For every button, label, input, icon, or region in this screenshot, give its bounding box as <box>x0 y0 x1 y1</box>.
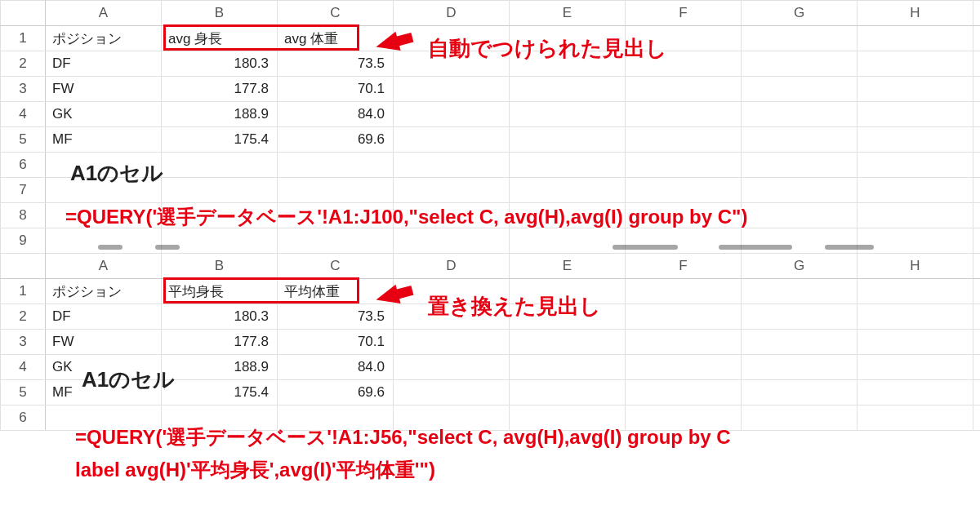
cell[interactable]: FW <box>46 77 162 102</box>
cell[interactable] <box>973 26 981 51</box>
cell[interactable] <box>394 102 510 127</box>
cell[interactable] <box>626 330 742 355</box>
cell[interactable] <box>626 153 742 178</box>
cell[interactable] <box>973 279 981 304</box>
cell[interactable] <box>858 178 973 203</box>
row-header[interactable]: 3 <box>1 77 46 102</box>
cell[interactable] <box>510 127 626 153</box>
col-header[interactable]: F <box>626 1 742 26</box>
cell[interactable] <box>858 330 973 355</box>
cell[interactable] <box>278 178 394 203</box>
row-header[interactable]: 6 <box>1 153 46 178</box>
cell[interactable]: avg 身長 <box>162 26 278 51</box>
cell[interactable] <box>510 102 626 127</box>
grid-bottom[interactable]: A B C D E F G H 1 ポジション 平均身長 平均体重 2 DF 1… <box>0 253 980 431</box>
cell[interactable]: 84.0 <box>278 355 394 380</box>
cell[interactable] <box>510 330 626 355</box>
cell[interactable] <box>626 355 742 380</box>
cell[interactable] <box>858 153 973 178</box>
cell[interactable] <box>626 178 742 203</box>
cell[interactable]: 177.8 <box>162 330 278 355</box>
cell[interactable]: ポジション <box>46 26 162 51</box>
cell[interactable] <box>742 330 858 355</box>
cell[interactable]: 平均身長 <box>162 279 278 304</box>
row-header[interactable]: 9 <box>1 228 46 254</box>
col-header[interactable]: C <box>278 1 394 26</box>
col-header[interactable]: B <box>162 1 278 26</box>
cell[interactable]: 73.5 <box>278 304 394 330</box>
row-header[interactable]: 4 <box>1 355 46 380</box>
cell[interactable] <box>973 51 981 77</box>
cell[interactable] <box>973 77 981 102</box>
cell[interactable] <box>278 153 394 178</box>
cell[interactable]: GK <box>46 102 162 127</box>
cell[interactable]: 175.4 <box>162 127 278 153</box>
cell[interactable] <box>742 77 858 102</box>
cell[interactable] <box>510 380 626 405</box>
cell[interactable] <box>742 355 858 380</box>
cell[interactable] <box>278 228 394 254</box>
row-header[interactable]: 1 <box>1 26 46 51</box>
cell[interactable] <box>626 77 742 102</box>
cell[interactable] <box>973 355 981 380</box>
col-header[interactable]: A <box>46 1 162 26</box>
cell[interactable] <box>394 178 510 203</box>
cell[interactable] <box>973 330 981 355</box>
cell[interactable] <box>858 102 973 127</box>
col-header[interactable]: G <box>742 254 858 279</box>
row-header[interactable]: 8 <box>1 203 46 228</box>
cell[interactable] <box>858 127 973 153</box>
row-header[interactable]: 1 <box>1 279 46 304</box>
col-header[interactable]: H <box>858 1 973 26</box>
cell[interactable] <box>394 153 510 178</box>
cell[interactable] <box>742 203 858 228</box>
col-header[interactable] <box>973 254 981 279</box>
cell[interactable] <box>742 405 858 431</box>
cell[interactable] <box>162 228 278 254</box>
cell[interactable]: FW <box>46 330 162 355</box>
cell[interactable] <box>394 127 510 153</box>
cell[interactable] <box>626 279 742 304</box>
cell[interactable]: 70.1 <box>278 330 394 355</box>
cell[interactable]: 69.6 <box>278 127 394 153</box>
cell[interactable] <box>858 279 973 304</box>
col-header[interactable]: H <box>858 254 973 279</box>
col-header[interactable] <box>973 1 981 26</box>
cell[interactable] <box>973 203 981 228</box>
cell[interactable] <box>973 380 981 405</box>
cell[interactable] <box>858 355 973 380</box>
cell[interactable]: 188.9 <box>162 355 278 380</box>
col-header[interactable]: G <box>742 1 858 26</box>
cell[interactable] <box>973 304 981 330</box>
row-header[interactable]: 5 <box>1 127 46 153</box>
cell[interactable] <box>394 330 510 355</box>
cell[interactable]: 188.9 <box>162 102 278 127</box>
col-header[interactable]: E <box>510 254 626 279</box>
row-header[interactable]: 3 <box>1 330 46 355</box>
cell[interactable] <box>742 127 858 153</box>
row-header[interactable]: 2 <box>1 51 46 77</box>
cell[interactable]: 180.3 <box>162 304 278 330</box>
cell[interactable] <box>626 102 742 127</box>
row-header[interactable]: 4 <box>1 102 46 127</box>
cell[interactable] <box>973 102 981 127</box>
cell[interactable] <box>162 153 278 178</box>
cell[interactable]: ポジション <box>46 279 162 304</box>
cell[interactable] <box>394 228 510 254</box>
row-header[interactable]: 7 <box>1 178 46 203</box>
cell[interactable] <box>973 178 981 203</box>
cell[interactable] <box>858 405 973 431</box>
cell[interactable] <box>394 380 510 405</box>
cell[interactable] <box>973 405 981 431</box>
cell[interactable]: 70.1 <box>278 77 394 102</box>
cell[interactable] <box>626 304 742 330</box>
corner-cell[interactable] <box>1 1 46 26</box>
cell[interactable] <box>858 228 973 254</box>
row-header[interactable]: 5 <box>1 380 46 405</box>
cell[interactable] <box>510 77 626 102</box>
cell[interactable] <box>973 127 981 153</box>
cell[interactable] <box>742 51 858 77</box>
cell[interactable] <box>742 380 858 405</box>
col-header[interactable]: D <box>394 1 510 26</box>
cell[interactable] <box>394 355 510 380</box>
